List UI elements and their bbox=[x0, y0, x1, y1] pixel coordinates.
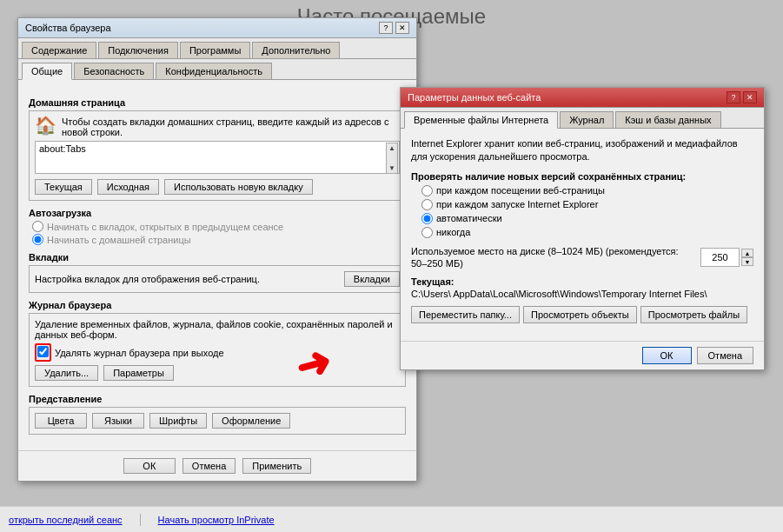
main-apply-btn[interactable]: Применить bbox=[242, 458, 311, 474]
tab-advanced[interactable]: Дополнительно bbox=[252, 42, 340, 58]
homepage-buttons: Текущая Исходная Использовать новую вкла… bbox=[35, 179, 400, 195]
autoload-header: Автозагрузка bbox=[29, 208, 406, 218]
tabs-description: Настройка вкладок для отображения веб-ст… bbox=[35, 274, 260, 284]
check-radio1: при каждом посещении веб-страницы bbox=[421, 185, 753, 196]
design-btn[interactable]: Оформление bbox=[212, 413, 290, 429]
autoload-radio1: Начинать с вкладок, открытых в предыдуще… bbox=[32, 221, 406, 232]
autoload-radio2-label: Начинать с домашней страницы bbox=[47, 235, 191, 245]
check-radio3-label: автоматически bbox=[436, 213, 502, 223]
tabs-settings-btn[interactable]: Вкладки bbox=[344, 271, 400, 287]
bottom-bar: открыть последний сеанс Начать просмотр … bbox=[0, 506, 783, 532]
check-radio2-input[interactable] bbox=[421, 199, 433, 210]
disk-spinbuttons: ▲ ▼ bbox=[741, 249, 753, 266]
tab-bar-row1: Содержание Подключения Программы Дополни… bbox=[18, 38, 416, 59]
main-close-btn[interactable]: ✕ bbox=[395, 22, 409, 34]
journal-header: Журнал браузера bbox=[29, 300, 406, 310]
view-objects-btn[interactable]: Просмотреть объекты bbox=[523, 306, 637, 323]
autoload-radio1-input[interactable] bbox=[32, 221, 43, 232]
autoload-radio2-input[interactable] bbox=[32, 234, 43, 245]
checkbox-highlight bbox=[35, 343, 51, 362]
homepage-header: Домашняя страница bbox=[29, 97, 406, 108]
tabs-header: Вкладки bbox=[29, 252, 406, 263]
autoload-section: Начинать с вкладок, открытых в предыдуще… bbox=[29, 221, 406, 245]
main-help-btn[interactable]: ? bbox=[379, 22, 393, 34]
homepage-description: Чтобы создать вкладки домашних страниц, … bbox=[62, 116, 400, 137]
check-radio-group: при каждом посещении веб-страницы при ка… bbox=[411, 185, 753, 238]
secondary-cancel-btn[interactable]: Отмена bbox=[697, 347, 753, 364]
tab-programs[interactable]: Программы bbox=[180, 42, 250, 58]
check-radio4: никогда bbox=[421, 227, 753, 238]
disk-spin-down[interactable]: ▼ bbox=[741, 257, 753, 266]
main-cancel-btn[interactable]: Отмена bbox=[182, 458, 236, 474]
view-files-btn[interactable]: Просмотреть файлы bbox=[640, 306, 747, 323]
disk-section: Используемое место на диске (8–1024 МБ) … bbox=[411, 245, 753, 270]
tab-privacy[interactable]: Конфиденциальность bbox=[156, 63, 272, 79]
move-folder-btn[interactable]: Переместить папку... bbox=[411, 306, 520, 323]
inner-tab-journal[interactable]: Журнал bbox=[560, 111, 614, 128]
disk-input-group: ▲ ▼ bbox=[700, 248, 753, 267]
textarea-scrollbar[interactable]: ▲ ▼ bbox=[386, 143, 398, 174]
scroll-up-arrow[interactable]: ▲ bbox=[388, 144, 395, 152]
delete-journal-label: Удалять журнал браузера при выходе bbox=[55, 348, 224, 358]
main-dialog: Свойства браузера ? ✕ Содержание Подключ… bbox=[17, 17, 417, 482]
inprivate-link[interactable]: Начать просмотр InPrivate bbox=[158, 515, 275, 525]
home-icon: 🏠 bbox=[35, 116, 56, 134]
secondary-close-btn[interactable]: ✕ bbox=[743, 91, 757, 103]
autoload-radios: Начинать с вкладок, открытых в предыдуще… bbox=[29, 221, 406, 245]
disk-spin-up[interactable]: ▲ bbox=[741, 249, 753, 257]
journal-description: Удаление временных файлов, журнала, файл… bbox=[35, 319, 400, 340]
original-btn[interactable]: Исходная bbox=[97, 179, 159, 195]
current-section: Текущая: C:\Users\ AppData\Local\Microso… bbox=[411, 276, 753, 299]
homepage-input-area: ▲ ▼ bbox=[35, 141, 400, 176]
secondary-titlebar: Параметры данных веб-сайта ? ✕ bbox=[401, 88, 764, 108]
new-tab-btn[interactable]: Использовать новую вкладку bbox=[164, 179, 313, 195]
main-dialog-titlebar: Свойства браузера ? ✕ bbox=[18, 18, 416, 38]
current-path: C:\Users\ AppData\Local\Microsoft\Window… bbox=[411, 289, 753, 299]
repr-header: Представление bbox=[29, 394, 406, 404]
main-ok-btn[interactable]: ОК bbox=[123, 458, 176, 474]
ie-description: Internet Explorer хранит копии веб-стран… bbox=[411, 137, 753, 164]
repr-buttons: Цвета Языки Шрифты Оформление bbox=[35, 413, 400, 429]
check-radio1-label: при каждом посещении веб-страницы bbox=[436, 185, 605, 196]
delete-row: Удалять журнал браузера при выходе bbox=[35, 343, 400, 362]
check-radio2: при каждом запуске Internet Explorer bbox=[421, 199, 753, 210]
homepage-textarea[interactable] bbox=[35, 141, 400, 174]
tab-general[interactable]: Общие bbox=[22, 63, 72, 80]
disk-value-input[interactable] bbox=[700, 248, 740, 267]
check-radio2-label: при каждом запуске Internet Explorer bbox=[436, 199, 598, 209]
colors-btn[interactable]: Цвета bbox=[35, 413, 87, 429]
inner-tab-cache[interactable]: Кэш и базы данных bbox=[615, 111, 720, 128]
tab-connections[interactable]: Подключения bbox=[98, 42, 178, 58]
bottom-divider bbox=[140, 514, 141, 526]
journal-buttons: Удалить... Параметры bbox=[35, 365, 400, 381]
last-session-link[interactable]: открыть последний сеанс bbox=[9, 515, 123, 525]
secondary-ok-btn[interactable]: ОК bbox=[642, 347, 692, 364]
current-btn[interactable]: Текущая bbox=[35, 179, 92, 195]
action-buttons: Переместить папку... Просмотреть объекты… bbox=[411, 306, 753, 323]
autoload-radio1-label: Начинать с вкладок, открытых в предыдуще… bbox=[47, 222, 283, 232]
inner-tab-temp[interactable]: Временные файлы Интернета bbox=[404, 111, 558, 129]
tabs-section: Настройка вкладок для отображения веб-ст… bbox=[29, 265, 406, 293]
settings-btn[interactable]: Параметры bbox=[103, 365, 174, 381]
main-dialog-footer: ОК Отмена Применить bbox=[18, 450, 416, 481]
tab-security[interactable]: Безопасность bbox=[74, 63, 154, 79]
fonts-btn[interactable]: Шрифты bbox=[149, 413, 207, 429]
check-radio4-label: никогда bbox=[436, 227, 470, 237]
check-section-title: Проверять наличие новых версий сохранённ… bbox=[411, 171, 753, 182]
secondary-footer: ОК Отмена bbox=[401, 341, 764, 369]
secondary-help-btn[interactable]: ? bbox=[727, 91, 740, 103]
tab-contents[interactable]: Содержание bbox=[22, 42, 96, 58]
secondary-dialog: Параметры данных веб-сайта ? ✕ Временные… bbox=[400, 87, 765, 370]
disk-label: Используемое место на диске (8–1024 МБ) … bbox=[411, 245, 695, 270]
secondary-title-buttons: ? ✕ bbox=[727, 91, 757, 103]
delete-journal-checkbox[interactable] bbox=[37, 346, 49, 357]
main-title-buttons: ? ✕ bbox=[379, 22, 409, 34]
tab-bar-row2: Общие Безопасность Конфиденциальность bbox=[18, 59, 416, 80]
languages-btn[interactable]: Языки bbox=[92, 413, 144, 429]
check-radio4-input[interactable] bbox=[421, 227, 433, 238]
delete-btn[interactable]: Удалить... bbox=[35, 365, 98, 381]
check-radio1-input[interactable] bbox=[421, 185, 433, 196]
homepage-section: 🏠 Чтобы создать вкладки домашних страниц… bbox=[29, 110, 406, 201]
scroll-down-arrow[interactable]: ▼ bbox=[388, 164, 395, 172]
check-radio3-input[interactable] bbox=[421, 213, 433, 224]
